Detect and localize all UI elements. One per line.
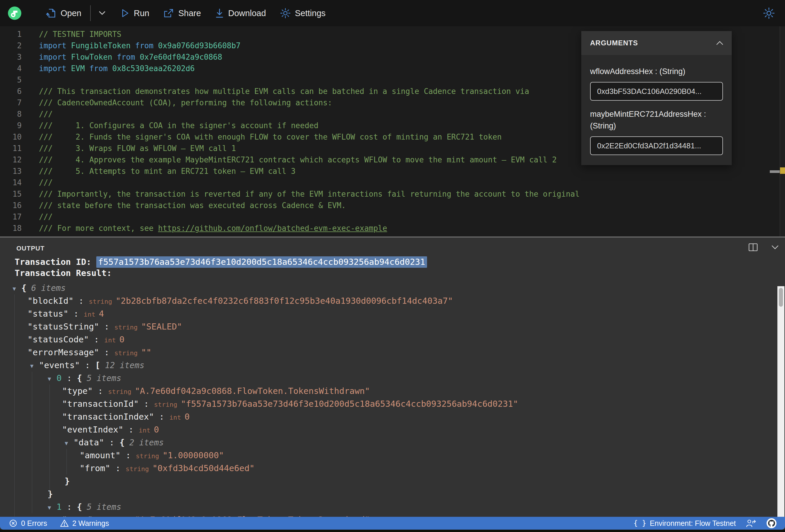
- argument-input-0[interactable]: [590, 82, 723, 101]
- transaction-result-line: Transaction Result:: [0, 268, 785, 279]
- line-number: 1: [0, 29, 29, 40]
- github-icon[interactable]: [766, 518, 777, 529]
- code-line: /// 2. Funds the signer's COA with enoug…: [39, 131, 580, 143]
- indent-guide: [14, 295, 15, 526]
- settings-button[interactable]: Settings: [280, 8, 326, 19]
- line-number: 6: [0, 86, 29, 97]
- download-label: Download: [228, 8, 266, 18]
- line-number: 4: [0, 63, 29, 74]
- collapse-arrow-icon[interactable]: ▼: [65, 437, 73, 450]
- error-circle-icon: [9, 519, 18, 528]
- json-tree-row: }: [0, 487, 785, 500]
- line-number: 18: [0, 223, 29, 234]
- output-scrollbar-thumb[interactable]: [779, 288, 783, 307]
- collapse-arrow-icon[interactable]: ▼: [30, 359, 39, 372]
- json-tree-row: }: [0, 475, 785, 487]
- code-line: import FungibleToken from 0x9a0766d93b66…: [39, 40, 580, 51]
- share-button[interactable]: Share: [163, 8, 201, 18]
- json-tree-row: "transactionId" : string"f557a1573b76aa5…: [0, 397, 785, 410]
- toolbar: Open Run Share: [0, 0, 785, 26]
- line-number-gutter: 123456789101112131415161718: [0, 26, 29, 236]
- json-tree-row: "blockId" : string"2b28cbfb87da2cfec4f02…: [0, 295, 785, 307]
- overview-ruler-warning-marker: [780, 168, 785, 174]
- arguments-panel-header[interactable]: ARGUMENTS: [581, 31, 732, 55]
- status-bar: 0 Errors 2 Warnings { } Environment: Flo…: [0, 517, 785, 530]
- indent-guide: [32, 372, 32, 513]
- open-label: Open: [60, 8, 81, 18]
- code-line: /// Importantly, the transaction is reve…: [39, 188, 580, 200]
- open-button[interactable]: Open: [46, 8, 81, 19]
- line-number: 10: [0, 131, 29, 143]
- line-number: 2: [0, 40, 29, 51]
- json-tree-row: "status" : int4: [0, 307, 785, 320]
- flow-runner-window: Open Run Share: [0, 0, 785, 532]
- json-tree-row: "amount" : string"1.00000000": [0, 449, 785, 462]
- collapse-arrow-icon[interactable]: ▼: [12, 282, 21, 295]
- output-scrollbar[interactable]: [777, 286, 784, 517]
- warnings-status[interactable]: 2 Warnings: [60, 519, 109, 528]
- code-line: ///: [39, 108, 580, 120]
- gear-icon: [280, 8, 290, 19]
- environment-status[interactable]: { } Environment: Flow Testnet: [634, 519, 736, 528]
- code-editor[interactable]: 123456789101112131415161718 // TESTNET I…: [0, 26, 785, 236]
- json-result-tree: ▼{6 items"blockId" : string"2b28cbfb87da…: [0, 281, 785, 526]
- code-line: /// 5. Attempts to mint an ERC721 token …: [39, 166, 580, 177]
- json-tree-row: "statusCode" : int0: [0, 333, 785, 346]
- run-button[interactable]: Run: [121, 8, 149, 18]
- transaction-id-label: Transaction ID:: [15, 257, 96, 267]
- collapse-arrow-icon[interactable]: ▼: [48, 372, 56, 385]
- collapse-arrow-icon[interactable]: ▼: [48, 501, 56, 514]
- code-area[interactable]: // TESTNET IMPORTSimport FungibleToken f…: [29, 26, 580, 236]
- errors-status[interactable]: 0 Errors: [9, 519, 47, 528]
- json-tree-row: "type" : string"A.7e60df042a9c0868.FlowT…: [0, 384, 785, 397]
- feedback-person-icon[interactable]: [746, 518, 756, 528]
- open-dropdown-chevron[interactable]: [98, 10, 106, 16]
- share-icon: [163, 8, 174, 18]
- overview-ruler: [780, 26, 785, 236]
- json-tree-row: "eventIndex" : int0: [0, 423, 785, 436]
- split-view-icon[interactable]: [748, 243, 758, 252]
- code-line: /// 1. Configures a COA in the signer's …: [39, 120, 580, 131]
- code-line: [39, 74, 580, 86]
- environment-label: Environment: Flow Testnet: [650, 519, 736, 528]
- argument-label-0: wflowAddressHex : (String): [590, 66, 713, 77]
- transaction-id-value: f557a1573b76aa53e73d46f3e10d200d5c18a653…: [96, 256, 427, 268]
- code-line: /// 4. Approves the example MaybeMintERC…: [39, 154, 580, 166]
- collapse-chevron-up-icon[interactable]: [716, 41, 724, 45]
- json-tree-row: ▼0 : {5 items: [0, 372, 785, 384]
- transaction-result-label: Transaction Result:: [15, 268, 112, 278]
- overview-ruler-line: [780, 26, 780, 236]
- json-tree-row: ▼{6 items: [0, 281, 785, 295]
- overview-ruler-cursor-marker: [770, 170, 780, 173]
- theme-toggle-sun-icon[interactable]: [763, 7, 775, 19]
- json-tree-row: ▼"events" : [12 items: [0, 359, 785, 372]
- line-number: 14: [0, 177, 29, 188]
- line-number: 11: [0, 143, 29, 154]
- line-number: 13: [0, 166, 29, 177]
- code-line: /// 3. Wraps FLOW as WFLOW – EVM call 1: [39, 143, 580, 154]
- braces-icon: { }: [634, 519, 646, 527]
- json-tree-row: "errorMessage" : string"": [0, 346, 785, 359]
- json-tree-row: "statusString" : string"SEALED": [0, 320, 785, 333]
- collapse-output-chevron-icon[interactable]: [770, 244, 780, 250]
- json-tree-row: "transactionIndex" : int0: [0, 410, 785, 423]
- line-number: 15: [0, 188, 29, 200]
- warning-triangle-icon: [60, 519, 69, 527]
- errors-label: 0 Errors: [21, 519, 47, 528]
- code-link[interactable]: https://github.com/onflow/batched-evm-ex…: [158, 224, 387, 233]
- code-line: ///: [39, 211, 580, 223]
- line-number: 5: [0, 74, 29, 86]
- code-line: /// CadenceOwnedAccount (COA), performin…: [39, 97, 580, 108]
- download-button[interactable]: Download: [215, 8, 266, 18]
- download-icon: [215, 8, 224, 18]
- chevron-down-icon: [98, 10, 106, 16]
- json-tree-row: "from" : string"0xfd3b4cd50d44e6ed": [0, 462, 785, 475]
- share-label: Share: [178, 8, 201, 18]
- line-number: 16: [0, 200, 29, 211]
- code-line: /// state before the transaction was exe…: [39, 200, 580, 211]
- arguments-panel: ARGUMENTS wflowAddressHex : (String)mayb…: [581, 31, 732, 165]
- line-number: 7: [0, 97, 29, 108]
- argument-input-1[interactable]: [590, 136, 723, 155]
- output-header: OUTPUT: [0, 237, 785, 256]
- warnings-label: 2 Warnings: [72, 519, 109, 528]
